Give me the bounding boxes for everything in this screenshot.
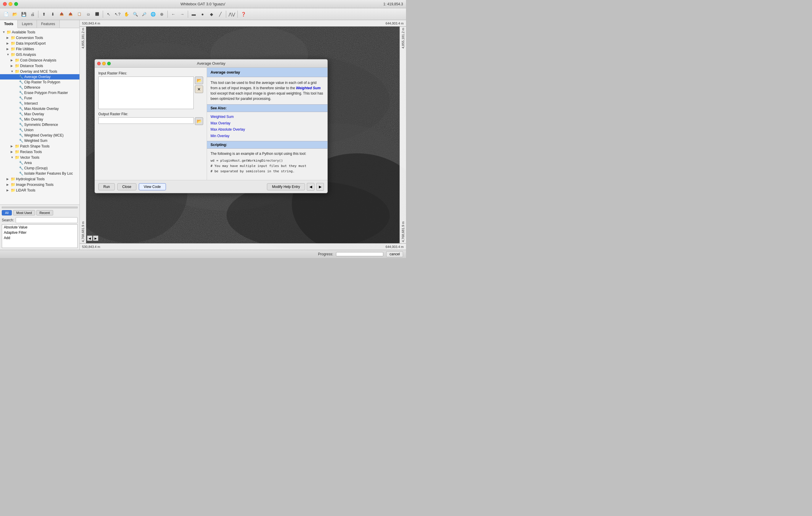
modify-help-button[interactable]: Modify Help Entry [267,183,305,190]
zoom-out-icon[interactable]: 🔎 [140,10,148,18]
arrow-left-icon[interactable]: ← [169,10,177,18]
tab-tools[interactable]: Tools [0,20,18,28]
tree-item-file-utilities[interactable]: ▶ 📁 File Utilities [0,46,80,52]
view-code-button[interactable]: View Code [139,183,166,190]
tree-item-cost-distance[interactable]: ▶ 📁 Cost-Distance Analysis [0,57,80,63]
import3-icon[interactable]: 📥 [58,10,66,18]
tree-item-conversion-tools[interactable]: ▶ 📁 Conversion Tools [0,35,80,40]
filter-most-used[interactable]: Most Used [13,210,35,215]
tab-layers[interactable]: Layers [18,20,37,28]
link-min-overlay[interactable]: Min Overlay [210,133,324,139]
open-icon[interactable]: 📂 [11,10,19,18]
pan-icon[interactable]: ✋ [122,10,130,18]
open-output-btn[interactable]: 📂 [195,117,203,125]
close-button[interactable] [3,2,7,6]
tree-item-intersect[interactable]: 🔧 Intersect [0,101,80,106]
print-icon[interactable]: 🖨 [28,10,37,18]
new-icon[interactable]: 📄 [2,10,10,18]
minimize-button[interactable] [8,2,12,6]
search-result-item[interactable]: Absolute Value [2,225,77,230]
tree-item-patch-shape[interactable]: ▶ 📁 Patch Shape Tools [0,143,80,149]
dialog-minimize-btn[interactable] [102,62,106,65]
rect-icon[interactable]: ▬ [190,10,198,18]
tree-item-fuse[interactable]: 🔧 Fuse [0,96,80,101]
link-max-abs-overlay[interactable]: Max Absolute Overlay [210,127,324,133]
sidebar-scroll[interactable] [2,207,78,208]
tree-item-overlay-mce[interactable]: ▼ 📁 Overlay and MCE Tools [0,69,80,74]
tool-icon: 🔧 [19,166,24,170]
tree-label: Clump (Group) [24,166,78,170]
waveform-icon[interactable]: ⋀⋁ [228,10,236,18]
window-controls[interactable] [3,2,18,6]
tree-item-symmetric-diff[interactable]: 🔧 Symmetric Difference [0,122,80,127]
link-weighted-sum[interactable]: Weighted Sum [210,114,324,120]
tab-features[interactable]: Features [37,20,59,28]
magnify-icon[interactable]: ⊕ [158,10,166,18]
clear-file-btn[interactable]: ✕ [195,85,203,93]
export2-icon[interactable]: ⬛ [93,10,101,18]
help-next-btn[interactable]: ▶ [316,183,324,191]
folder-icon: 📁 [15,155,20,160]
tree-item-hydrological[interactable]: ▶ 📁 Hydrological Tools [0,176,80,182]
tree-item-data-import-export[interactable]: ▶ 📁 Data Import/Export [0,40,80,46]
tree-item-max-abs-overlay[interactable]: 🔧 Max Absolute Overlay [0,106,80,111]
tree-item-erase-polygon[interactable]: 🔧 Erase Polygon From Raster [0,90,80,96]
help-prev-btn[interactable]: ◀ [307,183,315,191]
progress-bar [336,252,383,256]
polygon-icon[interactable]: ◆ [207,10,215,18]
map-container[interactable]: 530,843.4 m 644,003.4 m 530,843.4 m 644,… [80,20,406,250]
tree-item-weighted-overlay[interactable]: 🔧 Weighted Overlay (MCE) [0,133,80,138]
import5-icon[interactable]: 📋 [75,10,84,18]
map-nav-right[interactable]: ▶ [93,236,98,241]
circle-icon[interactable]: ● [198,10,207,18]
tree-item-isolate-raster[interactable]: 🔧 Isolate Raster Features By Loc [0,171,80,176]
tree-item-clip-raster[interactable]: 🔧 Clip Raster To Polygon [0,80,80,85]
tree-item-union[interactable]: 🔧 Union [0,127,80,133]
cancel-button[interactable]: cancel [386,251,403,257]
dialog-maximize-btn[interactable] [107,62,111,65]
tree-item-difference[interactable]: 🔧 Difference [0,85,80,90]
export1-icon[interactable]: 🗂 [84,10,92,18]
tree-item-vector-tools[interactable]: ▼ 📁 Vector Tools [0,155,80,160]
run-button[interactable]: Run [98,183,115,190]
tree-item-average-overlay[interactable]: 🔧 Average Overlay [0,74,80,80]
output-file-input[interactable] [98,117,194,124]
link-max-overlay[interactable]: Max Overlay [210,120,324,127]
search-result-item[interactable]: Adaptive Filter [2,230,77,235]
help-cursor-icon[interactable]: ↖? [113,10,122,18]
globe-icon[interactable]: 🌐 [149,10,157,18]
arrow-right-icon[interactable]: → [178,10,186,18]
tree-item-lidar[interactable]: ▶ 📁 LiDAR Tools [0,187,80,193]
import1-icon[interactable]: ⬆ [40,10,48,18]
zoom-in-icon[interactable]: 🔍 [131,10,139,18]
tree-item-distance-tools[interactable]: ▶ 📁 Distance Tools [0,63,80,69]
import4-icon[interactable]: 📤 [66,10,75,18]
search-result-item[interactable]: Add [2,235,77,241]
weighted-sum-link[interactable]: Weighted Sum [296,86,320,90]
map-nav-left[interactable]: ◀ [87,236,92,241]
tree-item-weighted-sum[interactable]: 🔧 Weighted Sum [0,138,80,143]
tree-item-clump[interactable]: 🔧 Clump (Group) [0,165,80,171]
question-icon[interactable]: ❓ [239,10,248,18]
pointer-icon[interactable]: ↖ [105,10,113,18]
filter-recent[interactable]: Recent [36,210,53,215]
tree-item-area[interactable]: 🔧 Area [0,160,80,165]
tree-item-min-overlay[interactable]: 🔧 Min Overlay [0,117,80,122]
tree-item-available-tools[interactable]: ▼ 📁 Available Tools [0,29,80,35]
maximize-button[interactable] [14,2,18,6]
open-file-btn[interactable]: 📂 [195,77,203,84]
tree-item-gis-analysis[interactable]: ▼ 📁 GIS Analysis [0,52,80,57]
dialog-controls[interactable] [97,62,111,65]
tree-item-reclass-tools[interactable]: ▶ 📁 Reclass Tools [0,149,80,155]
tree-item-max-overlay[interactable]: 🔧 Max Overlay [0,111,80,117]
tree-item-image-processing[interactable]: ▶ 📁 Image Processing Tools [0,182,80,187]
line-icon[interactable]: ╱ [216,10,224,18]
import2-icon[interactable]: ⬇ [49,10,57,18]
search-input[interactable] [16,217,78,223]
save-icon[interactable]: 💾 [20,10,28,18]
input-files-textarea[interactable] [98,77,194,109]
tool-icon: 🔧 [19,161,24,165]
filter-all[interactable]: All [2,210,12,215]
close-button[interactable]: Close [117,183,137,190]
dialog-close-btn[interactable] [97,62,101,65]
